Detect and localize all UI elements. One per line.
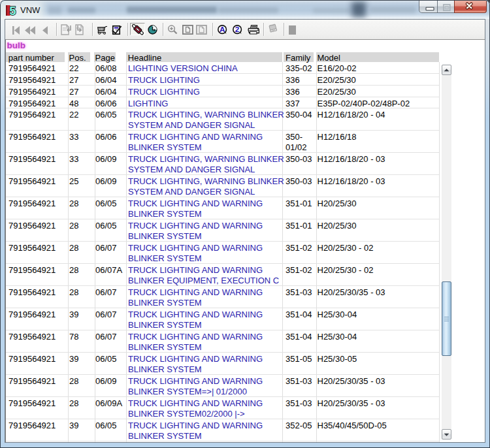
svg-text:5: 5	[9, 5, 16, 16]
svg-text:2: 2	[235, 25, 239, 33]
svg-text:A: A	[220, 25, 225, 33]
